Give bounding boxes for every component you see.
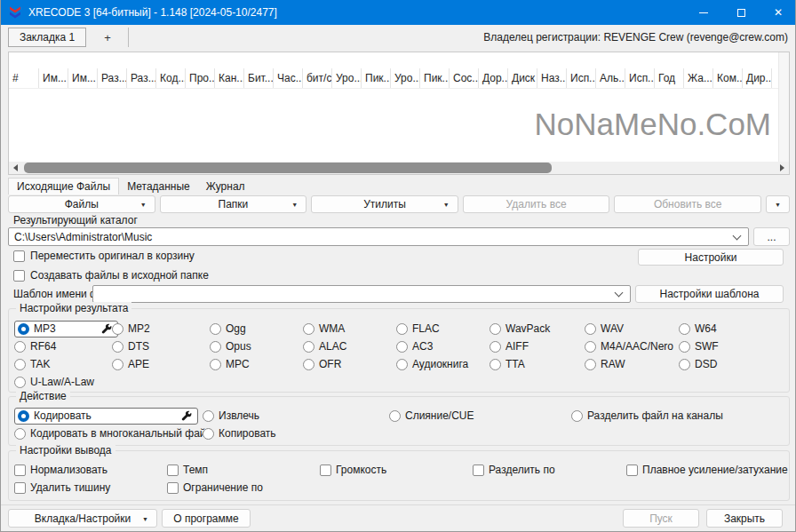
column-header[interactable]: Кан... <box>215 68 244 88</box>
scrollbar-thumb[interactable] <box>24 163 552 173</box>
format-option[interactable]: SWF <box>679 340 782 353</box>
scrollbar-track[interactable] <box>22 162 776 174</box>
browse-button[interactable]: ... <box>753 227 790 246</box>
column-header[interactable]: Раз... <box>98 68 127 88</box>
column-header[interactable]: Аль... <box>596 68 625 88</box>
output-option[interactable]: Удалить тишину <box>14 481 167 494</box>
wrench-icon[interactable] <box>181 410 192 421</box>
output-option[interactable]: Громкость <box>320 464 473 476</box>
output-option[interactable]: Плавное усиление/затухание <box>626 464 788 476</box>
column-header[interactable]: Наз... <box>537 68 567 88</box>
format-option[interactable]: MP2 <box>112 322 210 335</box>
column-header[interactable]: Жа... <box>684 68 713 88</box>
column-header[interactable]: Дор... <box>479 68 508 88</box>
output-option[interactable]: Разделить по <box>473 464 626 476</box>
file-table-body[interactable]: NoNaMeNo.CoM <box>9 89 778 162</box>
output-options-grid: НормализоватьТемпГромкостьРазделить поПл… <box>9 451 789 496</box>
format-option[interactable]: WavPack <box>490 322 585 335</box>
tab-output-files[interactable]: Исходящие Файлы <box>8 178 119 195</box>
tab-settings-button[interactable]: Вкладка/Настройки ▼ <box>8 509 157 528</box>
minimize-button[interactable] <box>685 0 722 25</box>
format-option[interactable]: DTS <box>112 340 210 353</box>
add-tab-button[interactable]: + <box>87 28 129 47</box>
format-option[interactable]: U-Law/A-Law <box>14 376 112 388</box>
column-header[interactable]: Исп... <box>567 68 596 88</box>
column-header[interactable]: Дир... <box>743 68 772 88</box>
column-header[interactable]: Про... <box>186 68 215 88</box>
format-option[interactable]: APE <box>112 358 210 370</box>
action-option[interactable]: Извлечь <box>203 409 389 422</box>
scroll-right-arrow-icon[interactable] <box>776 162 789 174</box>
column-header[interactable]: Ком... <box>713 68 743 88</box>
column-header[interactable]: # <box>9 68 39 88</box>
format-option[interactable]: AIFF <box>490 340 585 353</box>
settings-button[interactable]: Настройки <box>638 249 784 266</box>
action-option[interactable]: Слияние/CUE <box>389 409 571 422</box>
column-header[interactable]: Код... <box>156 68 186 88</box>
column-header[interactable]: Сос... <box>450 68 479 88</box>
format-option[interactable]: FLAC <box>396 322 490 335</box>
format-option[interactable]: RF64 <box>14 340 112 353</box>
format-option[interactable]: AC3 <box>396 340 490 353</box>
format-option[interactable]: MPC <box>210 358 303 370</box>
column-header[interactable]: Бит... <box>244 68 274 88</box>
column-header[interactable]: Уро... <box>391 68 420 88</box>
format-option[interactable]: RAW <box>585 358 679 370</box>
format-option[interactable]: Opus <box>210 340 303 353</box>
tab-metadata[interactable]: Метаданные <box>119 178 198 195</box>
remove-all-button[interactable]: Удалить все <box>463 195 610 213</box>
close-dialog-button[interactable]: Закрыть <box>706 509 783 528</box>
wrench-icon[interactable] <box>101 323 112 334</box>
files-button[interactable]: Файлы▼ <box>8 195 155 213</box>
action-option[interactable]: Кодировать <box>14 408 198 425</box>
vertical-scrollbar[interactable] <box>778 52 789 162</box>
output-option[interactable]: Ограничение по <box>167 481 320 494</box>
column-header[interactable]: Пик... <box>362 68 391 88</box>
column-header[interactable]: Пик... <box>420 68 450 88</box>
about-button[interactable]: О программе <box>162 509 251 528</box>
output-option[interactable]: Нормализовать <box>14 464 167 476</box>
toolbar-extra-dropdown-button[interactable]: ▼ <box>766 195 790 213</box>
format-option[interactable]: TAK <box>14 358 112 370</box>
format-option[interactable]: WMA <box>303 322 396 335</box>
format-option[interactable]: DSD <box>679 358 782 370</box>
column-header[interactable]: Диск <box>508 68 537 88</box>
radio-icon <box>396 341 408 353</box>
move-to-recycle-checkbox[interactable]: Переместить оригинал в корзину <box>13 250 195 262</box>
bookmark-tab[interactable]: Закладка 1 <box>8 28 86 47</box>
format-option[interactable]: WAV <box>585 322 679 335</box>
start-button[interactable]: Пуск <box>623 509 699 528</box>
action-option[interactable]: Копировать <box>203 427 389 440</box>
format-option[interactable]: TTA <box>490 358 585 370</box>
format-option[interactable]: W64 <box>679 322 782 335</box>
refresh-all-button[interactable]: Обновить все <box>614 195 761 213</box>
output-option[interactable]: Темп <box>167 464 320 476</box>
column-header[interactable]: Им... <box>39 68 68 88</box>
format-option[interactable]: M4A/AAC/Nero <box>585 340 679 353</box>
column-header[interactable]: Исп... <box>625 68 655 88</box>
format-option[interactable]: OFR <box>303 358 396 370</box>
format-option[interactable]: Ogg <box>210 322 303 335</box>
close-button[interactable]: ✕ <box>760 0 796 25</box>
column-header[interactable]: бит/с <box>303 68 332 88</box>
format-option[interactable]: Аудиокнига <box>396 358 490 370</box>
maximize-button[interactable] <box>722 0 760 25</box>
column-header[interactable]: Уро... <box>332 68 362 88</box>
template-settings-button[interactable]: Настройки шаблона <box>635 285 784 303</box>
column-header[interactable]: Час... <box>274 68 303 88</box>
folders-button[interactable]: Папки▼ <box>160 195 307 213</box>
horizontal-scrollbar[interactable] <box>9 162 789 174</box>
format-option[interactable]: ALAC <box>303 340 396 353</box>
action-option[interactable]: Кодировать в многоканальный файл <box>14 427 203 440</box>
scroll-left-arrow-icon[interactable] <box>9 162 22 174</box>
column-header[interactable]: Раз... <box>127 68 156 88</box>
column-header[interactable]: Год <box>655 68 684 88</box>
format-option[interactable]: MP3 <box>14 321 118 337</box>
template-combobox[interactable] <box>92 285 631 303</box>
column-header[interactable]: Им... <box>68 68 98 88</box>
tab-log[interactable]: Журнал <box>198 178 253 195</box>
output-dir-combobox[interactable]: C:\Users\Administrator\Music <box>8 227 749 246</box>
create-in-source-checkbox[interactable]: Создавать файлы в исходной папке <box>13 269 209 282</box>
utilities-button[interactable]: Утилиты▼ <box>311 195 458 213</box>
action-option[interactable]: Разделить файл на каналы <box>571 409 782 422</box>
